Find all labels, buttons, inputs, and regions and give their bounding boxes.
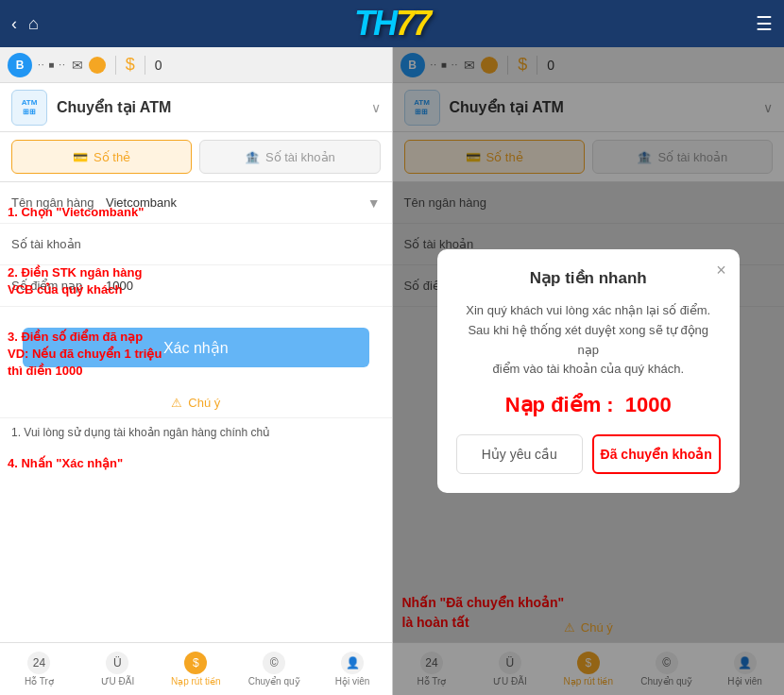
bank-value: Vietcombank [106, 195, 367, 210]
modal-box: Nạp tiền nhanh × Xin quý khách vui lòng … [437, 249, 740, 493]
tab-so-tai-khoan-label: Số tài khoản [265, 150, 335, 164]
nav-hotro[interactable]: 24 Hỗ Trợ [0, 643, 78, 695]
logo-77: 77 [396, 4, 430, 43]
nav-hoi-vien[interactable]: 👤 Hội viên [314, 643, 392, 695]
uudai-icon: Ü [106, 652, 128, 674]
tab-so-tai-khoan[interactable]: 🏦 Số tài khoản [199, 140, 380, 174]
top-nav-bar: ‹ ⌂ TH 77 ☰ [0, 0, 784, 47]
modal-body-line2: Sau khi hệ thống xét duyệt xong sẽ tự độ… [456, 321, 721, 361]
napRut-label: Nạp rút tiền [171, 676, 221, 687]
nav-uudai[interactable]: Ü ƯU ĐÃI [78, 643, 157, 695]
hoiVien-label: Hội viên [335, 676, 370, 687]
napRut-icon: $ [184, 652, 207, 674]
chuyenQuy-label: Chuyển quỹ [248, 676, 300, 687]
home-icon[interactable]: ⌂ [28, 14, 39, 34]
warning-label: Chú ý [188, 396, 220, 410]
message-icon[interactable]: ✉ [72, 58, 83, 73]
left-phone-panel: B ·· ■ ·· ✉ $ 0 ATM ⊞⊞ [0, 47, 393, 695]
tab-so-the[interactable]: 💳 Số thẻ [11, 140, 192, 174]
modal-points-row: Nạp điểm : 1000 [456, 393, 721, 417]
menu-icon[interactable]: ☰ [756, 12, 773, 35]
nav-left-group: ‹ ⌂ [11, 14, 39, 34]
header-chevron-left[interactable]: ∨ [371, 100, 381, 115]
hotro-label: Hỗ Trợ [25, 676, 54, 687]
modal-confirm-button[interactable]: Đã chuyển khoản [592, 434, 721, 474]
modal-body-line1: Xin quý khách vui lòng xác nhận lại số đ… [456, 301, 721, 321]
account-label: Số tài khoản [11, 237, 106, 251]
account-row: Số tài khoản [0, 224, 392, 265]
modal-close-button[interactable]: × [716, 261, 726, 280]
card-icon: 💳 [73, 150, 88, 164]
center-logo: TH 77 [354, 4, 430, 43]
atm-icon: ATM ⊞⊞ [11, 90, 47, 126]
left-tab-row: 💳 Số thẻ 🏦 Số tài khoản [0, 132, 392, 182]
warning-row: ⚠ Chú ý [0, 388, 392, 417]
tab-so-the-label: Số thẻ [94, 150, 130, 164]
modal-body-line3: điểm vào tài khoản của quý khách. [456, 360, 721, 380]
modal-title: Nạp tiền nhanh [456, 268, 721, 288]
nav-chuyen-quy[interactable]: © Chuyển quỹ [235, 643, 314, 695]
points-label: Số điểm nạp [11, 279, 106, 293]
hotro-icon: 24 [27, 652, 50, 674]
nav-nap-rut[interactable]: $ Nạp rút tiền [157, 643, 235, 695]
modal-points-label: Nạp điểm : [505, 393, 614, 416]
left-status-bar: B ·· ■ ·· ✉ $ 0 [0, 47, 392, 83]
points-row: Số điểm nạp 1000 [0, 265, 392, 307]
right-phone-panel: B ·· ■ ·· ✉ $ 0 ATM ⊞⊞ [393, 47, 785, 695]
chuyenQuy-icon: © [263, 652, 285, 674]
bottom-note: 1. Vui lòng sử dụng tài khoản ngân hàng … [11, 426, 270, 439]
modal-confirm-btn-label: Đã chuyển khoản [601, 447, 712, 462]
right-phone-content: B ·· ■ ·· ✉ $ 0 ATM ⊞⊞ [393, 47, 785, 695]
divider [115, 56, 116, 75]
status-dots-left: ·· ■ ·· [38, 59, 66, 70]
confirm-button[interactable]: Xác nhận [23, 328, 369, 367]
uudai-label: ƯU ĐÃI [101, 676, 135, 687]
cancel-btn-label: Hủy yêu cầu [482, 447, 557, 462]
hoiVien-icon: 👤 [341, 652, 364, 674]
bank-row: Tên ngân hàng Vietcombank ▼ [0, 182, 392, 224]
user-avatar: B [8, 53, 32, 77]
modal-body: Xin quý khách vui lòng xác nhận lại số đ… [456, 301, 721, 380]
points-value[interactable]: 1000 [106, 279, 381, 293]
back-icon[interactable]: ‹ [11, 14, 17, 34]
left-bottom-nav: 24 Hỗ Trợ Ü ƯU ĐÃI $ Nạp rút tiền © Chuy… [0, 642, 392, 695]
modal-buttons: Hủy yêu cầu Đã chuyển khoản [456, 434, 721, 474]
notification-badge [89, 57, 106, 74]
modal-cancel-button[interactable]: Hủy yêu cầu [456, 434, 583, 474]
bank-icon: 🏦 [245, 150, 260, 164]
left-app-header: ATM ⊞⊞ Chuyển tại ATM ∨ [0, 83, 392, 132]
coin-icon: $ [126, 55, 135, 75]
divider2 [145, 56, 145, 75]
balance-left: 0 [155, 58, 162, 73]
warning-icon: ⚠ [171, 396, 182, 410]
left-form-area: Tên ngân hàng Vietcombank ▼ Số tài khoản… [0, 182, 392, 642]
modal-overlay: Nạp tiền nhanh × Xin quý khách vui lòng … [393, 47, 785, 695]
phones-row: B ·· ■ ·· ✉ $ 0 ATM ⊞⊞ [0, 47, 784, 695]
logo-th: TH [354, 4, 396, 43]
bank-label: Tên ngân hàng [11, 195, 106, 210]
confirm-btn-label: Xác nhận [163, 339, 229, 357]
modal-points-value: 1000 [625, 393, 672, 416]
main-container: ‹ ⌂ TH 77 ☰ B ·· ■ ·· ✉ $ 0 [0, 0, 784, 695]
bank-chevron[interactable]: ▼ [367, 195, 381, 211]
left-phone-content: B ·· ■ ·· ✉ $ 0 ATM ⊞⊞ [0, 47, 392, 695]
app-title-left: Chuyển tại ATM [57, 98, 362, 116]
